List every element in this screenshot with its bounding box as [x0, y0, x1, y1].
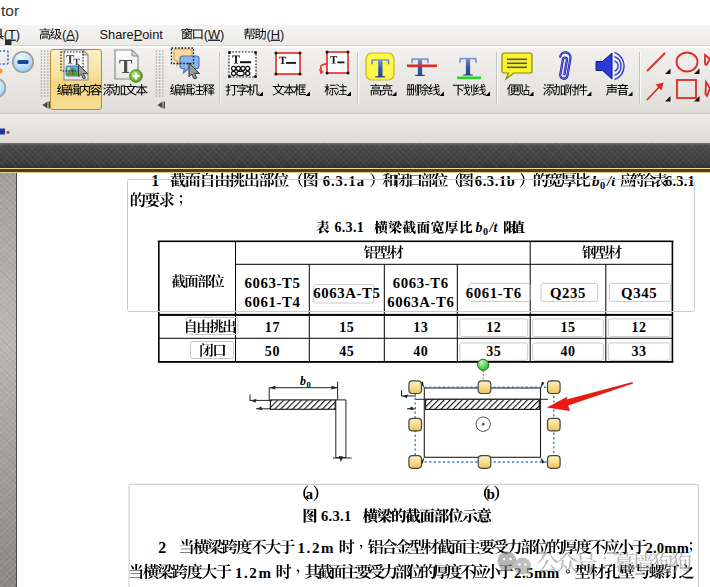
svg-text:0: 0	[600, 180, 605, 191]
svg-text:0: 0	[483, 226, 488, 237]
svg-text:13: 13	[413, 320, 428, 335]
svg-text:b: b	[487, 485, 495, 502]
svg-text:6.3.1b: 6.3.1b	[475, 173, 516, 189]
svg-text:2: 2	[158, 539, 166, 556]
svg-text:12: 12	[631, 320, 646, 335]
svg-text:b: b	[476, 220, 483, 235]
svg-text:6063A-T5: 6063A-T5	[313, 285, 380, 301]
svg-text:33: 33	[631, 344, 646, 359]
svg-text:1.2m: 1.2m	[298, 540, 336, 556]
svg-text:tor: tor	[1, 2, 19, 19]
svg-text:45: 45	[339, 344, 354, 359]
svg-text:40: 40	[413, 344, 428, 359]
svg-text:1: 1	[151, 173, 159, 189]
svg-text:40: 40	[560, 344, 575, 359]
svg-text:6.3.1: 6.3.1	[665, 173, 695, 189]
svg-text:12: 12	[486, 320, 501, 335]
svg-text:6.3.1: 6.3.1	[335, 220, 365, 235]
svg-text:6063A-T6: 6063A-T6	[387, 294, 454, 310]
svg-text:(H): (H)	[266, 27, 284, 42]
svg-text:6.3.1a: 6.3.1a	[323, 173, 365, 189]
svg-text:SharePoint: SharePoint	[100, 27, 164, 42]
svg-text:6061-T4: 6061-T4	[244, 294, 300, 310]
svg-text:Q235: Q235	[550, 285, 586, 301]
svg-text:(A): (A)	[62, 27, 79, 42]
svg-text:35: 35	[486, 344, 501, 359]
svg-text:6061-T6: 6061-T6	[466, 285, 522, 301]
svg-text:Q345: Q345	[621, 285, 657, 301]
svg-text:15: 15	[560, 320, 575, 335]
svg-text:(T): (T)	[4, 27, 20, 42]
svg-text:17: 17	[265, 320, 280, 335]
svg-text:6063-T6: 6063-T6	[393, 275, 449, 291]
svg-text:a: a	[306, 485, 314, 502]
svg-text:(W): (W)	[204, 27, 225, 42]
svg-text:/t: /t	[489, 220, 499, 235]
svg-text:/t: /t	[606, 173, 616, 189]
svg-text:1.2m: 1.2m	[235, 565, 273, 581]
svg-text:15: 15	[339, 320, 354, 335]
svg-text:b: b	[592, 173, 600, 189]
svg-text:6063-T5: 6063-T5	[244, 275, 300, 291]
svg-text:b: b	[300, 374, 306, 388]
svg-text:50: 50	[265, 344, 280, 359]
svg-text:6.3.1: 6.3.1	[321, 508, 352, 524]
